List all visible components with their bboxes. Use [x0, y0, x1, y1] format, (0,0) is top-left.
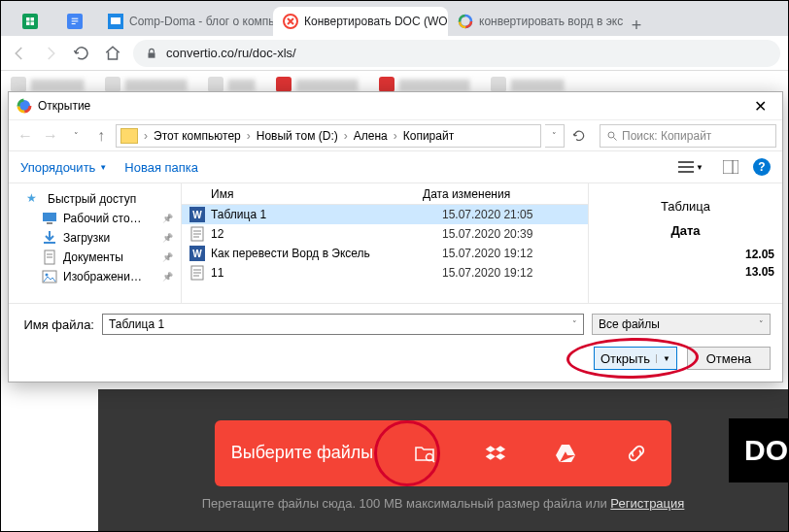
- back-button[interactable]: [9, 43, 30, 64]
- cancel-button[interactable]: Отмена: [687, 347, 771, 370]
- gdrive-icon[interactable]: [531, 442, 601, 465]
- svg-text:W: W: [192, 249, 202, 259]
- browse-icon[interactable]: [390, 442, 461, 465]
- tab-compdoma[interactable]: Comp-Doma - блог о компьюте ×: [98, 7, 273, 36]
- nav-up[interactable]: ↑: [90, 125, 112, 147]
- url-text: convertio.co/ru/doc-xls/: [166, 46, 296, 60]
- svg-rect-27: [678, 171, 694, 173]
- svg-point-22: [21, 103, 27, 109]
- new-folder-button[interactable]: Новая папка: [124, 160, 198, 175]
- tab-title: конвертировать ворд в эксель: [479, 15, 623, 28]
- file-row[interactable]: 1115.07.2020 19:12: [182, 263, 588, 283]
- refresh-button[interactable]: [568, 125, 590, 147]
- app-icon: [17, 98, 32, 114]
- sidebar-downloads[interactable]: Загрузки: [9, 228, 181, 248]
- dropbox-icon[interactable]: [461, 442, 532, 465]
- filename-input[interactable]: Таблица 1˅: [102, 314, 584, 335]
- new-tab-button[interactable]: +: [623, 16, 650, 36]
- file-type-filter[interactable]: Все файлы˅: [592, 314, 771, 335]
- reload-button[interactable]: [71, 43, 92, 64]
- help-button[interactable]: ?: [753, 158, 771, 176]
- file-list: Имя Дата изменения WТаблица 115.07.2020 …: [182, 183, 588, 303]
- tab-convertio[interactable]: Конвертировать DOC (WORD) в ×: [273, 7, 448, 36]
- bookmark-item[interactable]: ▇▇▇▇▇▇▇: [105, 77, 187, 92]
- file-row[interactable]: WКак перевести Ворд в Эксель15.07.2020 1…: [182, 244, 588, 263]
- bookmark-item[interactable]: ▇▇▇: [208, 77, 255, 92]
- drop-hint: Перетащите файлы сюда. 100 MB максимальн…: [202, 496, 685, 511]
- bookmark-item[interactable]: ▇▇▇▇▇▇: [11, 77, 84, 92]
- lock-icon: [145, 47, 158, 60]
- url-input[interactable]: convertio.co/ru/doc-xls/: [133, 40, 780, 67]
- select-files-button[interactable]: Выберите файлы: [215, 420, 671, 486]
- svg-line-24: [614, 137, 617, 140]
- nav-back[interactable]: ←: [15, 125, 36, 147]
- do-badge: DO: [729, 418, 788, 482]
- file-row[interactable]: WТаблица 115.07.2020 21:05: [182, 205, 588, 224]
- dialog-nav: ← → ˅ ↑ ›Этот компьютер ›Новый том (D:) …: [9, 119, 782, 150]
- forward-button[interactable]: [40, 43, 61, 64]
- nav-forward[interactable]: →: [40, 125, 61, 147]
- svg-rect-26: [678, 166, 694, 168]
- preview-pane-button[interactable]: [718, 157, 743, 177]
- browser-tab-strip: Comp-Doma - блог о компьюте × Конвертиро…: [1, 1, 788, 36]
- sidebar-documents[interactable]: Документы: [9, 248, 181, 267]
- bookmark-item[interactable]: ▇▇▇▇▇▇▇▇: [379, 77, 469, 92]
- home-button[interactable]: [102, 43, 123, 64]
- folder-icon: [120, 128, 138, 144]
- dialog-toolbar: Упорядочить ▼ Новая папка ▼ ?: [9, 150, 782, 183]
- svg-rect-5: [72, 18, 79, 19]
- svg-rect-30: [43, 213, 56, 221]
- svg-rect-31: [47, 222, 52, 224]
- open-button[interactable]: Открыть▼: [594, 347, 677, 370]
- search-input[interactable]: Поиск: Копирайт: [600, 124, 776, 148]
- organize-menu[interactable]: Упорядочить ▼: [20, 160, 107, 175]
- register-link[interactable]: Регистрация: [610, 496, 684, 511]
- dialog-close-button[interactable]: ✕: [746, 97, 774, 116]
- svg-rect-6: [72, 20, 79, 21]
- sidebar-quick-access[interactable]: ★Быстрый доступ: [9, 189, 181, 209]
- tab-title: Comp-Doma - блог о компьюте: [129, 15, 273, 28]
- svg-rect-25: [678, 161, 694, 163]
- svg-text:W: W: [192, 210, 202, 220]
- tab-sheets[interactable]: [9, 7, 51, 36]
- dialog-footer: Имя файла: Таблица 1˅ Все файлы˅ Открыть…: [9, 303, 782, 382]
- select-files-label: Выберите файлы: [215, 443, 390, 463]
- sidebar-desktop[interactable]: Рабочий сто…: [9, 209, 181, 228]
- view-mode-button[interactable]: ▼: [673, 157, 708, 177]
- breadcrumb-dropdown[interactable]: ˅: [545, 124, 565, 148]
- sidebar-pictures[interactable]: Изображени…: [9, 267, 181, 286]
- svg-point-36: [46, 274, 49, 277]
- sidebar: ★Быстрый доступ Рабочий сто… Загрузки До…: [9, 183, 182, 303]
- tab-title: Конвертировать DOC (WORD) в: [304, 15, 448, 28]
- svg-rect-7: [72, 23, 76, 24]
- svg-rect-9: [111, 17, 120, 24]
- filename-label: Имя файла:: [20, 317, 94, 332]
- convertio-drop-area: Выберите файлы Перетащите файлы сюда. 10…: [98, 389, 788, 531]
- svg-point-23: [608, 132, 614, 138]
- url-icon[interactable]: [601, 442, 672, 465]
- file-open-dialog: Открытие ✕ ← → ˅ ↑ ›Этот компьютер ›Новы…: [8, 91, 783, 382]
- dialog-title: Открытие: [38, 99, 90, 113]
- address-bar: convertio.co/ru/doc-xls/: [1, 36, 788, 71]
- preview-pane: Таблица Дата 12.05 13.05: [588, 183, 782, 303]
- bookmark-item[interactable]: ▇▇▇▇▇▇▇: [276, 77, 358, 92]
- tab-google[interactable]: конвертировать ворд в эксель ×: [448, 7, 623, 36]
- svg-rect-28: [723, 160, 738, 174]
- file-row[interactable]: 1215.07.2020 20:39: [182, 224, 588, 244]
- bookmark-item[interactable]: ▇▇▇▇▇▇: [491, 77, 564, 92]
- dialog-titlebar: Открытие ✕: [9, 92, 782, 119]
- column-headers[interactable]: Имя Дата изменения: [182, 183, 588, 205]
- search-icon: [606, 130, 618, 142]
- tab-docs[interactable]: [53, 7, 96, 36]
- svg-rect-15: [149, 52, 155, 57]
- breadcrumb[interactable]: ›Этот компьютер ›Новый том (D:) ›Алена ›…: [116, 124, 541, 148]
- nav-recent[interactable]: ˅: [65, 125, 86, 147]
